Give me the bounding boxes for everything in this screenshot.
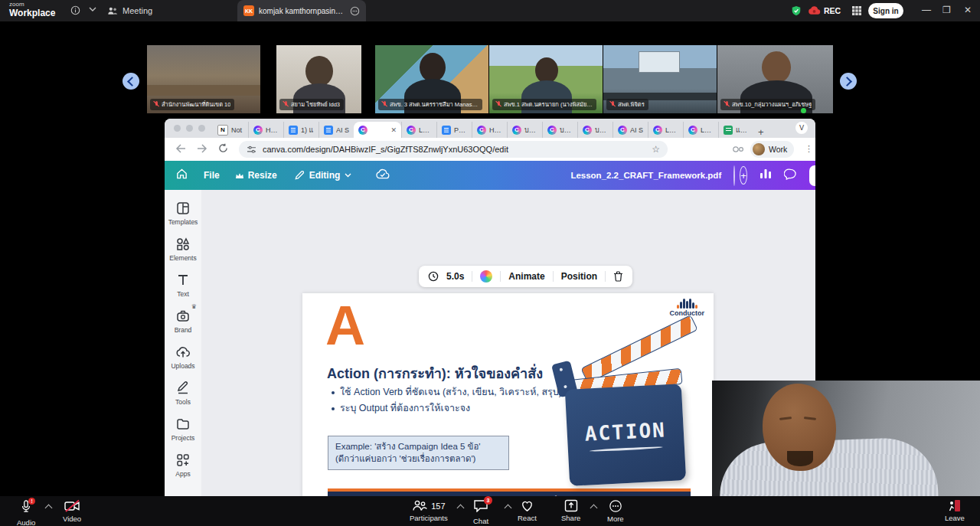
window-traffic-lights[interactable] [174,125,205,132]
comments-icon[interactable] [784,168,797,183]
tab-search-chevron-icon[interactable]: ᐯ [795,122,808,134]
browser-tab[interactable]: Cบทที [577,122,612,138]
duration-clock-icon[interactable] [428,271,439,282]
site-info-icon[interactable] [247,145,256,154]
tab-close-icon[interactable]: ✕ [390,126,397,134]
resize-menu[interactable]: Resize [235,170,277,181]
sidebar-item-apps[interactable]: Apps [165,452,201,488]
mac-close-icon[interactable] [174,125,181,132]
browser-tab[interactable]: CLess [648,122,683,138]
extension-icon[interactable] [733,145,743,153]
share-screen-button[interactable]: Share [561,499,580,522]
chevron-down-icon[interactable] [89,7,96,12]
browser-tab[interactable]: Cบทที [507,122,542,138]
recording-indicator[interactable]: REC [808,5,841,15]
browser-tab[interactable]: Cบทที [542,122,577,138]
sidebar-item-elements[interactable]: Elements [165,237,201,273]
participants-options-caret[interactable] [457,505,465,512]
maximize-button[interactable]: ❐ [942,5,951,15]
slide-canvas[interactable]: Conductor A Action (การกระทำ): หัวใจของค… [302,293,714,496]
forward-icon[interactable] [197,144,207,155]
tab-label: Less [701,126,714,134]
sidebar-item-templates[interactable]: Templates [165,201,201,237]
video-strip: สำนักงานพัฒนาที่ดินเขต 10 สยาม ไชยทิพย์ … [0,21,980,96]
audio-button[interactable]: ! Audio [17,499,35,526]
participants-button[interactable]: 157 Participants [410,499,448,522]
browser-tab[interactable]: CLess [401,122,436,138]
browser-tab[interactable]: 1) แ [283,122,318,138]
mac-minimize-icon[interactable] [186,125,193,132]
back-icon[interactable] [175,144,186,155]
editing-mode-menu[interactable]: Editing [294,170,352,181]
tab-meeting[interactable]: Meeting [107,0,152,21]
browser-profile-chip[interactable]: Work [750,141,794,158]
browser-tab[interactable]: CHom [472,122,507,138]
minimize-button[interactable]: — [922,5,931,15]
browser-tab[interactable]: AI S [318,122,354,138]
browser-tab[interactable]: แบบ [718,122,753,138]
delete-trash-icon[interactable] [613,271,623,282]
share-options-caret[interactable] [590,505,598,512]
chat-options-caret[interactable] [505,505,512,512]
sidebar-item-brand[interactable]: ♛ Brand [165,309,201,345]
duration-value[interactable]: 5.0s [446,271,464,282]
cloud-saved-icon[interactable] [376,168,390,182]
reload-icon[interactable] [218,143,228,155]
add-collaborator-button[interactable]: + [740,166,747,185]
sidebar-item-tools[interactable]: Tools [165,381,201,417]
info-icon[interactable] [70,5,80,15]
browser-tab[interactable]: CHom [248,122,283,138]
share-button[interactable]: Share [809,165,815,186]
browser-tab[interactable]: Pres [436,122,472,138]
security-shield-icon[interactable] [791,5,802,19]
video-label: Video [63,515,81,523]
position-button[interactable]: Position [561,271,597,282]
insights-icon[interactable] [760,168,772,182]
animate-button[interactable]: Animate [508,271,544,282]
browser-tab[interactable]: NNot [213,122,248,138]
browser-menu-icon[interactable]: ⋮ [805,144,813,154]
leave-button[interactable]: Leave [945,499,965,522]
browser-tab[interactable]: CAI S [612,122,648,138]
sidebar-item-uploads[interactable]: Uploads [165,345,201,381]
divider [500,271,501,282]
video-tile[interactable]: สำนักงานพัฒนาที่ดินเขต 10 [147,45,260,113]
video-tile[interactable]: สพข. 3 สพด.นครราชสีมา Manasana... [375,45,488,113]
background-color-swatch[interactable] [480,270,492,283]
canva-home-button[interactable] [175,168,188,183]
document-title[interactable]: Lesson_2.2_CRAFT_Framework.pdf [570,171,721,180]
close-button[interactable]: ✕ [964,5,972,15]
waveform-icon [677,298,697,309]
video-tile[interactable]: สพข.1 สพด.นครนายก (นางพิสมัย ยก... [489,45,603,113]
react-button[interactable]: React [518,499,537,522]
video-tile[interactable]: สยาม ไชยทิพย์ ldd3 [276,45,361,113]
zoom-workplace-logo: zoom Workplace [9,2,55,18]
example-box: Example: 'สร้าง Campaign Idea 5 ข้อ' (ดี… [328,436,509,470]
presenter-head [763,384,836,471]
strip-next-button[interactable] [840,73,857,90]
elements-icon [175,237,191,252]
video-tile[interactable]: สพข.10_กลุ่มวางแผนฯ_อภิเชษฐ [717,45,833,113]
presenter-webcam-video[interactable] [712,381,980,496]
url-field[interactable]: canva.com/design/DAHBiwzIF_s/GigZfTS8Znw… [239,141,668,158]
file-menu[interactable]: File [204,170,220,181]
audio-options-caret[interactable] [45,505,53,512]
mac-zoom-icon[interactable] [198,125,205,132]
rec-cloud-icon [808,5,821,15]
collaborator-avatar[interactable] [733,165,735,186]
tab-options-icon[interactable] [350,6,360,16]
strip-prev-button[interactable] [122,73,139,90]
video-tile[interactable]: สพด.พิจิตร [603,45,717,113]
sidebar-item-projects[interactable]: Projects [165,417,201,452]
bookmark-star-icon[interactable]: ☆ [652,144,660,155]
browser-tab-active[interactable]: C✕ [354,122,401,138]
video-button[interactable]: Video [63,499,81,523]
chat-button[interactable]: 3 Chat [473,499,488,525]
new-tab-button[interactable]: + [758,126,764,138]
gallery-grid-icon[interactable] [851,5,862,19]
canva-icon: C [512,126,521,135]
browser-tab[interactable]: CLess [683,122,718,138]
tab-shared-screen[interactable]: KK komjak kamthornpasinee's screen [237,0,366,21]
more-button[interactable]: More [607,499,624,523]
sign-in-button[interactable]: Sign in [868,3,903,18]
